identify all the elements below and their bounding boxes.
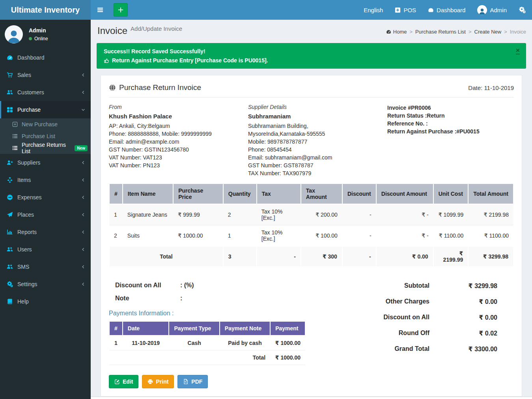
globe-icon bbox=[109, 84, 116, 91]
sidebar-item-items[interactable]: Items bbox=[0, 171, 91, 189]
sidebar-item-help[interactable]: Help bbox=[0, 293, 91, 310]
sidebar-item-purchase-list[interactable]: Purchase List bbox=[0, 130, 91, 142]
items-table-header-row: # Item Name Purchase Price Quantity Tax … bbox=[109, 184, 513, 204]
print-button[interactable]: Print bbox=[142, 375, 174, 388]
bar-chart-icon bbox=[7, 229, 17, 235]
home-icon bbox=[386, 29, 391, 34]
user-menu[interactable]: Admin bbox=[477, 5, 507, 15]
breadcrumb: Home > Purchase Returns List > Create Ne… bbox=[386, 29, 526, 35]
breadcrumb-create-new[interactable]: Create New bbox=[474, 29, 502, 35]
chevron-left-icon bbox=[81, 282, 85, 286]
return-status: Return Status :Return bbox=[387, 112, 514, 120]
chevron-left-icon bbox=[81, 73, 85, 77]
invoice-number: Invoice #PR0006 bbox=[387, 104, 514, 112]
sidebar-item-places[interactable]: Places bbox=[0, 206, 91, 223]
breadcrumb-purchase-returns-list[interactable]: Purchase Returns List bbox=[415, 29, 466, 35]
invoice-meta-section: Invoice #PR0006 Return Status :Return Re… bbox=[387, 104, 514, 177]
edit-button[interactable]: Edit bbox=[109, 375, 138, 388]
invoice-title: Purchase Return Invoice bbox=[109, 83, 201, 92]
settings-menu[interactable] bbox=[519, 6, 526, 13]
close-icon[interactable]: × bbox=[516, 47, 520, 54]
sidebar-item-purchase[interactable]: Purchase bbox=[0, 101, 91, 118]
pdf-file-icon bbox=[183, 379, 189, 384]
users-icon bbox=[7, 89, 17, 96]
paper-plane-icon bbox=[7, 212, 17, 218]
summary-grand-total: Grand Total ₹ 3300.00 bbox=[359, 341, 497, 357]
payments-heading: Payments Information : bbox=[109, 310, 359, 317]
pos-link[interactable]: POS bbox=[395, 7, 416, 13]
user-plus-icon bbox=[7, 159, 17, 166]
avatar bbox=[5, 25, 23, 43]
chevron-left-icon bbox=[81, 265, 85, 269]
chevron-left-icon bbox=[81, 161, 85, 165]
summary-other-charges: Other Charges ₹ 0.00 bbox=[359, 294, 497, 309]
list-icon bbox=[12, 133, 22, 139]
sidebar-toggle-button[interactable] bbox=[91, 0, 110, 20]
sidebar-item-new-purchase[interactable]: New Purchase bbox=[0, 118, 91, 130]
sidebar-item-customers[interactable]: Customers bbox=[0, 84, 91, 101]
sidebar-user-panel: Admin Online bbox=[0, 20, 91, 49]
totals-summary: Subtotal ₹ 3299.98 Other Charges ₹ 0.00 … bbox=[359, 278, 514, 388]
sidebar-item-sms[interactable]: SMS bbox=[0, 258, 91, 275]
brand-logo[interactable]: Ultimate Inventory bbox=[0, 0, 91, 20]
bars-icon bbox=[97, 7, 104, 13]
user-name: Admin bbox=[29, 27, 48, 34]
summary-discount-on-all: Discount on All ₹ 0.00 bbox=[359, 309, 497, 325]
sidebar-item-purchase-returns-list[interactable]: Purchase Returns List New bbox=[0, 142, 91, 154]
summary-round-off: Round Off ₹ 0.02 bbox=[359, 325, 497, 341]
sidebar: Admin Online Dashboard Sales Customers bbox=[0, 20, 91, 399]
pdf-button[interactable]: PDF bbox=[177, 375, 208, 388]
supplier-section: Supplier Details Subhramaniam Subhramani… bbox=[248, 104, 387, 177]
sidebar-item-reports[interactable]: Reports bbox=[0, 223, 91, 241]
plus-square-icon bbox=[395, 7, 401, 13]
supplier-name: Subhramaniam bbox=[248, 113, 387, 120]
sidebar-item-sales[interactable]: Sales bbox=[0, 66, 91, 84]
th-large-icon bbox=[7, 107, 17, 113]
sidebar-item-users[interactable]: Users bbox=[0, 241, 91, 258]
sidebar-item-settings[interactable]: Settings bbox=[0, 275, 91, 293]
chevron-left-icon bbox=[81, 247, 85, 251]
breadcrumb-home[interactable]: Home bbox=[386, 29, 407, 35]
list-icon bbox=[12, 145, 22, 151]
tachometer-icon bbox=[428, 7, 434, 13]
print-icon bbox=[147, 379, 153, 384]
users-icon bbox=[7, 246, 17, 253]
page-title: Invoice bbox=[97, 25, 127, 36]
items-total-row: Total 3 - ₹ 300 - ₹ 0.00 ₹ 2199.99 ₹ 329… bbox=[109, 246, 513, 267]
success-alert: Success!! Record Saved Successfully! Ret… bbox=[97, 43, 526, 69]
online-dot-icon bbox=[29, 37, 32, 40]
chevron-left-icon bbox=[81, 178, 85, 182]
company-name: Khush Fashion Palace bbox=[109, 113, 248, 120]
sidebar-item-expenses[interactable]: Expenses bbox=[0, 189, 91, 206]
chevron-left-icon bbox=[81, 195, 85, 199]
dashboard-link[interactable]: Dashboard bbox=[428, 7, 465, 13]
footer: Copyright © 2019 All rights reserved. Ul… bbox=[91, 397, 532, 399]
purchase-submenu: New Purchase Purchase List Purchase Retu… bbox=[0, 118, 91, 154]
sidebar-item-suppliers[interactable]: Suppliers bbox=[0, 154, 91, 171]
avatar-icon bbox=[477, 5, 487, 15]
note-row: Note : bbox=[115, 292, 359, 304]
chevron-down-icon bbox=[81, 108, 85, 112]
items-table: # Item Name Purchase Price Quantity Tax … bbox=[109, 184, 514, 267]
breadcrumb-current: Invoice bbox=[510, 29, 526, 35]
chevron-left-icon bbox=[81, 213, 85, 217]
edit-icon bbox=[114, 379, 120, 384]
payments-header-row: # Date Payment Type Payment Note Payment bbox=[109, 322, 305, 335]
table-row: 2 Suits ₹ 1000.00 1 Tax 10%[Exc.] ₹ 100.… bbox=[109, 225, 513, 247]
plus-icon bbox=[118, 7, 123, 13]
table-row: 1 11-10-2019 Cash Paid by cash ₹ 1000.00 bbox=[109, 335, 305, 350]
chevron-left-icon bbox=[81, 90, 85, 94]
book-icon bbox=[7, 298, 17, 305]
reference-no: Reference No. : bbox=[387, 120, 514, 127]
table-row: 1 Signature Jeans ₹ 999.99 2 Tax 10%[Exc… bbox=[109, 204, 513, 225]
page-subtitle: Add/Update Invoice bbox=[131, 25, 182, 32]
quick-add-button[interactable] bbox=[114, 3, 128, 17]
return-against-purchase: Return Against Purchase :#PU0015 bbox=[387, 127, 514, 135]
top-navbar: Ultimate Inventory English POS Dashboard… bbox=[0, 0, 532, 20]
alert-title: Success!! Record Saved Successfully! bbox=[104, 48, 512, 54]
sidebar-item-dashboard[interactable]: Dashboard bbox=[0, 49, 91, 66]
language-menu[interactable]: English bbox=[364, 7, 383, 13]
minus-circle-icon bbox=[7, 194, 17, 200]
gears-icon bbox=[7, 281, 17, 287]
user-status: Online bbox=[29, 36, 48, 41]
